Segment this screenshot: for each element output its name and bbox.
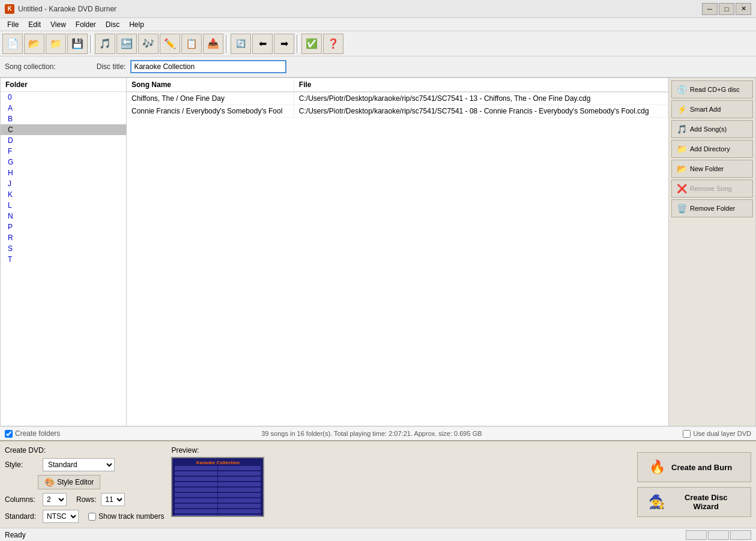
statusbar-panel-2 <box>708 530 729 540</box>
show-track-numbers-check: Show track numbers <box>88 512 164 521</box>
song-file-cell: C:/Users/Piotr/Desktop/karaoke/rip/sc754… <box>294 105 668 118</box>
folder-item[interactable]: F <box>1 146 126 157</box>
folder-item[interactable]: H <box>1 168 126 178</box>
dvd-panel: Create DVD: Style: Standard Classic Mode… <box>0 440 756 528</box>
rows-select[interactable]: 8 10 11 12 14 <box>101 493 125 506</box>
statusbar-panels <box>686 530 751 540</box>
columns-select[interactable]: 1 2 3 4 <box>43 493 67 506</box>
back-btn[interactable]: 🔙 <box>116 34 137 54</box>
folder-item[interactable]: 0 <box>1 92 126 103</box>
remove-folder-btn-icon: 🗑️ <box>676 202 688 214</box>
create-dvd-row: Create DVD: <box>5 446 164 455</box>
statusbar-text: Ready <box>5 531 683 539</box>
list-btn[interactable]: 📋 <box>181 34 202 54</box>
table-row[interactable]: Connie Francis / Everybody's Somebody's … <box>127 105 668 118</box>
prev-btn[interactable]: ⬅ <box>252 34 273 54</box>
standard-select[interactable]: NTSC PAL <box>43 510 79 523</box>
rows-label: Rows: <box>76 495 96 504</box>
toolbar-sep-1 <box>90 35 92 53</box>
status-text: 39 songs in 16 folder(s). Total playing … <box>261 430 482 437</box>
folder-item[interactable]: J <box>1 178 126 189</box>
song-panel: Song Name File Chiffons, The / One Fine … <box>126 77 669 426</box>
style-select[interactable]: Standard Classic Modern Simple <box>43 458 115 471</box>
folder-item[interactable]: P <box>1 222 126 232</box>
open-btn[interactable]: 📂 <box>24 34 44 54</box>
style-editor-button[interactable]: 🎨 Style Editor <box>38 475 100 489</box>
new-folder-btn-label: New Folder <box>690 165 724 172</box>
remove-song-btn: ❌Remove Song <box>671 180 753 198</box>
create-wizard-icon: 🧙 <box>647 492 667 512</box>
maximize-button[interactable]: □ <box>719 3 734 15</box>
new-folder-btn[interactable]: 📂New Folder <box>671 160 753 178</box>
music-btn[interactable]: 🎵 <box>95 34 115 54</box>
folder-item[interactable]: L <box>1 200 126 211</box>
folder-item[interactable]: G <box>1 157 126 168</box>
show-track-numbers-checkbox[interactable] <box>88 513 96 521</box>
check-btn[interactable]: ✅ <box>301 34 322 54</box>
menu-view[interactable]: View <box>46 19 71 30</box>
create-dvd-label: Create DVD: <box>5 446 46 455</box>
menu-disc[interactable]: Disc <box>101 19 124 30</box>
menu-edit[interactable]: Edit <box>23 19 46 30</box>
menu-folder[interactable]: Folder <box>71 19 101 30</box>
folder-item[interactable]: C <box>1 124 126 135</box>
collection-status: Create folders 39 songs in 16 folder(s).… <box>0 426 756 440</box>
folder-item[interactable]: S <box>1 243 126 254</box>
new-file-btn[interactable]: 📄 <box>2 34 23 54</box>
standard-label: Standard: <box>5 512 38 521</box>
folder-item[interactable]: R <box>1 232 126 243</box>
columns-label: Columns: <box>5 495 38 504</box>
disc-title-input[interactable] <box>130 60 286 73</box>
addmusic-btn[interactable]: 🎶 <box>138 34 159 54</box>
style-editor-icon: 🎨 <box>44 477 55 487</box>
read-cdg-btn[interactable]: 💿Read CD+G disc <box>671 80 753 98</box>
folder-panel: Folder 0ABCDFGHJKLNPRST <box>0 77 126 426</box>
dual-layer-checkbox[interactable] <box>683 430 691 438</box>
minimize-button[interactable]: ─ <box>702 3 718 15</box>
menu-file[interactable]: File <box>2 19 23 30</box>
table-row[interactable]: Chiffons, The / One Fine DayC:/Users/Pio… <box>127 92 668 105</box>
save-btn[interactable]: 💾 <box>67 34 88 54</box>
left-panels: Folder 0ABCDFGHJKLNPRST Song Name File C… <box>0 77 669 426</box>
standard-row: Standard: NTSC PAL Show track numbers <box>5 510 164 523</box>
open2-btn[interactable]: 📁 <box>46 34 66 54</box>
folder-item[interactable]: K <box>1 189 126 200</box>
dual-layer-check: Use dual layer DVD <box>683 430 751 438</box>
folder-item[interactable]: A <box>1 103 126 113</box>
remove-folder-btn[interactable]: 🗑️Remove Folder <box>671 199 753 217</box>
folder-item[interactable]: T <box>1 254 126 265</box>
create-burn-label: Create and Burn <box>671 463 732 472</box>
titlebar-controls: ─ □ ✕ <box>702 3 751 15</box>
folder-item[interactable]: N <box>1 211 126 222</box>
toolbar-sep-2 <box>226 35 228 53</box>
create-wizard-label: Create Disc Wizard <box>671 493 741 511</box>
new-folder-btn-icon: 📂 <box>676 163 688 175</box>
edit-btn[interactable]: ✏️ <box>160 34 180 54</box>
smart-add-btn[interactable]: ⚡Smart Add <box>671 100 753 118</box>
folder-item[interactable]: B <box>1 113 126 124</box>
song-name-cell: Connie Francis / Everybody's Somebody's … <box>127 105 294 118</box>
close-button[interactable]: ✕ <box>736 3 751 15</box>
create-burn-button[interactable]: 🔥 Create and Burn <box>637 452 751 482</box>
import-btn[interactable]: 📥 <box>203 34 223 54</box>
app-icon: K <box>5 4 14 14</box>
create-folders-checkbox[interactable] <box>5 430 13 438</box>
titlebar: K Untitled - Karaoke DVD Burner ─ □ ✕ <box>0 0 756 18</box>
statusbar-panel-3 <box>730 530 751 540</box>
disc-title-label: Disc title: <box>97 62 126 71</box>
smart-add-btn-label: Smart Add <box>690 106 721 113</box>
add-directory-btn[interactable]: 📁Add Directory <box>671 140 753 158</box>
help-btn[interactable]: ❓ <box>323 34 343 54</box>
folder-list: 0ABCDFGHJKLNPRST <box>1 92 126 265</box>
add-songs-btn[interactable]: 🎵Add Song(s) <box>671 120 753 138</box>
preview-title: Karaoke Collection <box>195 458 241 466</box>
dvd-settings: Create DVD: Style: Standard Classic Mode… <box>5 446 164 523</box>
next-btn[interactable]: ➡ <box>274 34 294 54</box>
create-wizard-button[interactable]: 🧙 Create Disc Wizard <box>637 487 751 517</box>
preview-area: Preview: Karaoke Collection <box>171 446 264 523</box>
refresh-btn[interactable]: 🔄 <box>231 34 251 54</box>
folder-item[interactable]: D <box>1 135 126 146</box>
add-songs-btn-label: Add Song(s) <box>690 125 727 133</box>
menu-help[interactable]: Help <box>124 19 149 30</box>
song-file-header: File <box>294 78 668 92</box>
